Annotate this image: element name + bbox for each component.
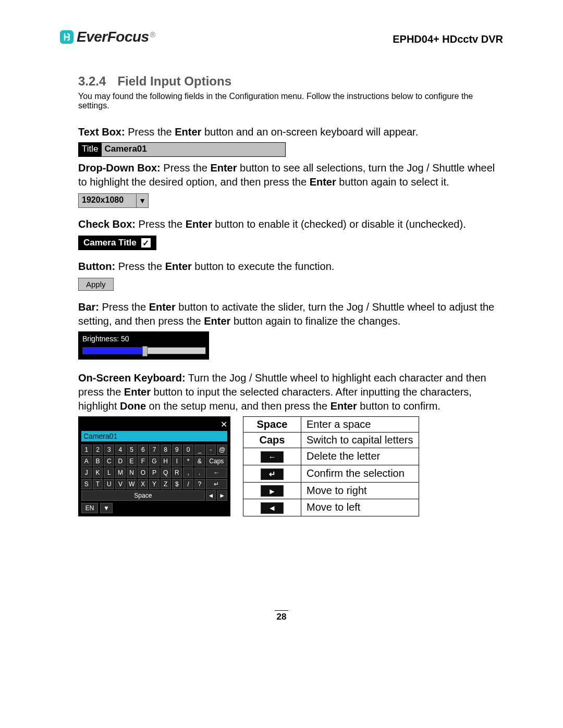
legend-key: ← [243, 448, 301, 465]
legend-desc: Enter a space [301, 417, 419, 433]
osk-key[interactable]: Y [149, 479, 160, 489]
osk-key[interactable]: M [115, 467, 126, 478]
osk-key-space[interactable]: Space [81, 490, 205, 501]
legend-desc: Move to left [301, 499, 419, 516]
osk-key[interactable]: A [81, 456, 92, 466]
osk-key[interactable]: V [115, 479, 126, 489]
osk-key[interactable]: H [161, 456, 171, 466]
legend-desc: Move to right [301, 482, 419, 499]
arrow-right-icon: ► [261, 485, 284, 497]
osk-key[interactable]: K [93, 467, 103, 478]
textbox-value[interactable]: Camera01 [102, 143, 285, 156]
osk-key[interactable]: Z [161, 479, 171, 489]
table-row: Space Enter a space [243, 417, 419, 433]
osk-key[interactable]: P [149, 467, 160, 478]
osk-legend-table: Space Enter a space Caps Switch to capit… [243, 416, 419, 516]
document-page: EverFocus® EPHD04+ HDcctv DVR 3.2.4Field… [0, 0, 563, 728]
osk-key[interactable]: 9 [172, 445, 182, 455]
dropdown-arrow-icon[interactable]: ▼ [136, 194, 148, 207]
onscreen-keyboard[interactable]: ✕ Camera01 1 2 3 4 5 6 7 8 9 0 _ - @ A B [78, 416, 230, 516]
osk-description: On-Screen Keyboard: Turn the Jog / Shutt… [78, 371, 503, 413]
osk-key[interactable]: * [183, 456, 193, 466]
osk-key[interactable]: W [127, 479, 137, 489]
slider-thumb[interactable] [142, 346, 148, 356]
osk-key[interactable]: I [172, 456, 182, 466]
legend-key: ↵ [243, 465, 301, 482]
osk-key[interactable]: T [93, 479, 103, 489]
osk-key-left-icon[interactable]: ◄ [206, 490, 216, 501]
section-intro: You may found the following fields in th… [78, 92, 503, 110]
osk-close-icon[interactable]: ✕ [221, 419, 227, 430]
checkbox-icon[interactable]: ✓ [141, 238, 151, 248]
osk-key-enter-icon[interactable]: ↵ [206, 479, 227, 489]
table-row: ► Move to right [243, 482, 419, 499]
osk-key[interactable]: 8 [161, 445, 171, 455]
osk-key[interactable]: X [138, 479, 148, 489]
osk-key[interactable]: 0 [183, 445, 193, 455]
osk-key[interactable]: O [138, 467, 148, 478]
legend-desc: Switch to capital letters [301, 433, 419, 448]
osk-key[interactable]: F [138, 456, 148, 466]
osk-key[interactable]: Q [161, 467, 171, 478]
textbox-description: Text Box: Press the Enter button and an … [78, 125, 503, 139]
osk-key[interactable]: C [104, 456, 114, 466]
osk-key[interactable]: R [172, 467, 182, 478]
osk-language-dropdown-icon[interactable]: ▼ [100, 503, 113, 513]
page-header: EverFocus® EPHD04+ HDcctv DVR [60, 29, 503, 45]
dropdown-description: Drop-Down Box: Press the Enter button to… [78, 161, 503, 189]
osk-key[interactable]: 7 [149, 445, 160, 455]
legend-key: ► [243, 482, 301, 499]
legend-desc: Delete the letter [301, 448, 419, 465]
table-row: ◄ Move to left [243, 499, 419, 516]
osk-key[interactable]: , [183, 467, 193, 478]
example-slider[interactable]: Brightness: 50 [78, 331, 209, 360]
osk-key[interactable]: 3 [104, 445, 114, 455]
document-id: EPHD04+ HDcctv DVR [393, 33, 503, 45]
osk-language-value[interactable]: EN [81, 503, 98, 513]
enter-icon: ↵ [261, 468, 284, 480]
osk-key[interactable]: E [127, 456, 137, 466]
legend-key: Caps [243, 433, 301, 448]
osk-key[interactable]: 2 [93, 445, 103, 455]
osk-key-caps[interactable]: Caps [206, 456, 227, 466]
backspace-icon: ← [261, 451, 284, 463]
osk-key[interactable]: @ [217, 445, 227, 455]
osk-key[interactable]: D [115, 456, 126, 466]
osk-key[interactable]: J [81, 467, 92, 478]
bar-description: Bar: Press the Enter button to activate … [78, 300, 503, 328]
brand-name: EverFocus® [77, 29, 155, 45]
example-apply-button[interactable]: Apply [78, 278, 114, 291]
osk-key[interactable]: U [104, 479, 114, 489]
table-row: Caps Switch to capital letters [243, 433, 419, 448]
osk-key[interactable]: ? [194, 479, 205, 489]
osk-key[interactable]: G [149, 456, 160, 466]
osk-key-right-icon[interactable]: ► [217, 490, 227, 501]
legend-desc: Confirm the selection [301, 465, 419, 482]
osk-key[interactable]: . [194, 467, 205, 478]
osk-key[interactable]: 1 [81, 445, 92, 455]
slider-fill [83, 348, 144, 354]
osk-key[interactable]: & [194, 456, 205, 466]
brand-logo: EverFocus® [60, 29, 155, 45]
osk-key[interactable]: / [183, 479, 193, 489]
slider-caption: Brightness: 50 [82, 335, 205, 343]
osk-key[interactable]: 6 [138, 445, 148, 455]
osk-key-backspace-icon[interactable]: ← [206, 467, 227, 478]
example-textbox[interactable]: Title Camera01 [78, 142, 286, 157]
osk-key[interactable]: N [127, 467, 137, 478]
example-checkbox-row: Camera Title ✓ [78, 236, 156, 250]
osk-key[interactable]: L [104, 467, 114, 478]
osk-key[interactable]: B [93, 456, 103, 466]
osk-key[interactable]: 4 [115, 445, 126, 455]
table-row: ↵ Confirm the selection [243, 465, 419, 482]
slider-track[interactable] [82, 347, 206, 354]
osk-key[interactable]: $ [172, 479, 182, 489]
checkbox-description: Check Box: Press the Enter button to ena… [78, 217, 503, 231]
osk-key[interactable]: _ [194, 445, 205, 455]
example-dropdown[interactable]: 1920x1080 ▼ [78, 193, 149, 208]
osk-key[interactable]: 5 [127, 445, 137, 455]
osk-input-value[interactable]: Camera01 [81, 431, 227, 441]
osk-key[interactable]: S [81, 479, 92, 489]
textbox-label: Title [79, 143, 102, 156]
osk-key[interactable]: - [206, 445, 216, 455]
